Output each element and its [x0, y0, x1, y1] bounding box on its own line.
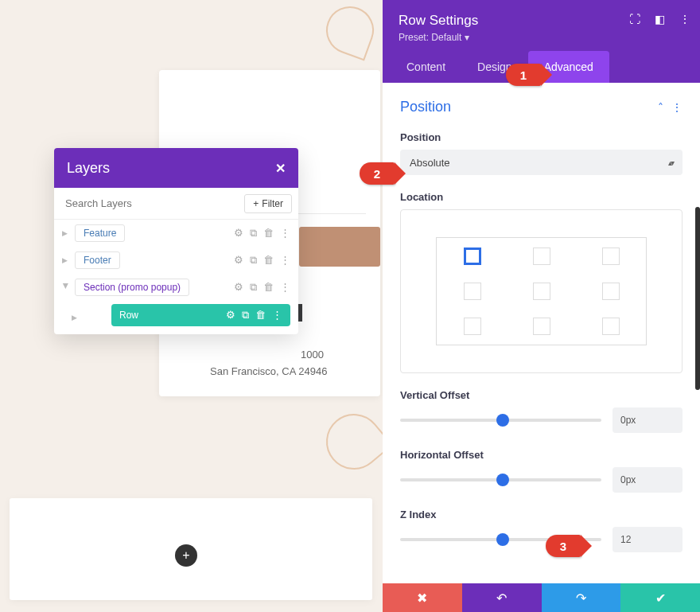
location-box	[400, 209, 682, 373]
brown-block	[299, 227, 380, 267]
layers-search-row: +Filter	[54, 188, 298, 220]
layers-title: Layers	[67, 160, 110, 177]
layer-tools: ⚙ ⧉ 🗑 ⋮	[234, 281, 290, 294]
hoffset-label: Horizontal Offset	[400, 449, 682, 461]
trash-icon[interactable]: 🗑	[263, 227, 274, 240]
cancel-button[interactable]: ✖	[383, 583, 462, 612]
hoffset-row: 0px	[400, 467, 682, 493]
hoffset-input[interactable]: 0px	[612, 467, 682, 493]
location-cell-bc[interactable]	[533, 318, 550, 335]
location-grid	[436, 237, 647, 345]
chevron-down-icon[interactable]: ▶	[62, 283, 70, 291]
panel-actions: ✖ ↶ ↷ ✔	[383, 583, 700, 612]
position-section: Position ˄ ⋮ Position Absolute ▴▾ Locati…	[383, 83, 700, 560]
more-icon[interactable]: ⋮	[280, 254, 290, 267]
section-title: Position	[400, 99, 451, 115]
decor-leaf-icon	[315, 403, 394, 481]
location-cell-ml[interactable]	[464, 283, 481, 300]
chevron-right-icon[interactable]: ▶	[62, 256, 70, 264]
more-icon[interactable]: ⋮	[280, 281, 290, 294]
settings-panel: Row Settings Preset: Default ▾ ⛶ ◧ ⋮ Con…	[383, 0, 700, 612]
duplicate-icon[interactable]: ⧉	[250, 227, 257, 240]
more-icon[interactable]: ⋮	[679, 13, 690, 25]
more-icon[interactable]: ⋮	[280, 227, 290, 240]
position-label: Position	[400, 131, 682, 143]
preset-label: Preset: Default	[399, 32, 461, 43]
decor-leaf-icon	[320, 0, 381, 60]
gear-icon[interactable]: ⚙	[234, 254, 243, 267]
search-input[interactable]	[54, 197, 244, 209]
row-label: Row	[119, 310, 138, 321]
location-cell-tl[interactable]	[464, 248, 481, 265]
chevron-down-icon: ▾	[465, 32, 469, 43]
layer-chip-feature[interactable]: Feature	[75, 224, 125, 242]
voffset-label: Vertical Offset	[400, 389, 682, 401]
expand-icon[interactable]: ⛶	[629, 13, 640, 25]
select-caret-icon: ▴▾	[668, 158, 673, 167]
plus-icon: +	[253, 198, 259, 209]
more-icon[interactable]: ⋮	[671, 101, 682, 114]
voffset-slider[interactable]	[400, 419, 601, 422]
filter-label: Filter	[262, 198, 283, 209]
layer-chip-row[interactable]: Row ⚙ ⧉ 🗑 ⋮	[111, 304, 290, 326]
trash-icon[interactable]: 🗑	[263, 254, 274, 267]
close-icon[interactable]: ✕	[275, 161, 286, 176]
location-label: Location	[400, 191, 682, 203]
location-cell-mc[interactable]	[533, 283, 550, 300]
callout-2: 2	[360, 162, 395, 185]
redo-button[interactable]: ↷	[542, 583, 621, 612]
trash-icon[interactable]: 🗑	[255, 309, 266, 322]
preset-dropdown[interactable]: Preset: Default ▾	[399, 32, 684, 43]
location-cell-tc[interactable]	[533, 248, 550, 265]
addr-line1: 1000	[301, 349, 324, 361]
layer-tools: ⚙ ⧉ 🗑 ⋮	[234, 227, 290, 240]
location-cell-mr[interactable]	[602, 283, 620, 300]
position-select[interactable]: Absolute ▴▾	[400, 150, 682, 175]
gear-icon[interactable]: ⚙	[234, 227, 243, 240]
filter-button[interactable]: +Filter	[244, 194, 292, 213]
duplicate-icon[interactable]: ⧉	[242, 309, 249, 322]
location-cell-br[interactable]	[602, 318, 620, 335]
layer-chip-section[interactable]: Section (promo popup)	[75, 279, 189, 296]
gear-icon[interactable]: ⚙	[226, 309, 235, 322]
layers-panel: Layers ✕ +Filter ▶ Feature ⚙ ⧉ 🗑 ⋮ ▶ Foo…	[54, 148, 298, 334]
undo-button[interactable]: ↶	[462, 583, 542, 612]
callout-1: 1	[506, 64, 541, 86]
panel-header-icons: ⛶ ◧ ⋮	[629, 13, 690, 25]
gear-icon[interactable]: ⚙	[234, 281, 243, 294]
layer-row[interactable]: ▶ Footer ⚙ ⧉ 🗑 ⋮	[54, 247, 298, 274]
add-section-button[interactable]: +	[175, 544, 197, 567]
scrollbar[interactable]	[695, 207, 700, 390]
location-cell-bl[interactable]	[464, 318, 481, 335]
zindex-input[interactable]: 12	[612, 527, 682, 552]
layer-chip-footer[interactable]: Footer	[75, 251, 120, 269]
chevron-right-icon[interactable]: ▶	[72, 314, 80, 322]
zindex-row: 12	[400, 527, 682, 552]
panel-header: Row Settings Preset: Default ▾ ⛶ ◧ ⋮	[383, 0, 700, 51]
zindex-label: Z Index	[400, 509, 682, 520]
layer-row[interactable]: ▶ Feature ⚙ ⧉ 🗑 ⋮	[54, 220, 298, 247]
layers-header: Layers ✕	[54, 148, 298, 188]
more-icon[interactable]: ⋮	[272, 309, 282, 322]
voffset-input[interactable]: 0px	[612, 407, 682, 433]
voffset-row: 0px	[400, 407, 682, 433]
chevron-up-icon[interactable]: ˄	[658, 101, 663, 114]
columns-icon[interactable]: ◧	[655, 13, 665, 25]
layer-tools: ⚙ ⧉ 🗑 ⋮	[226, 309, 282, 322]
layer-row[interactable]: ▶ Section (promo popup) ⚙ ⧉ 🗑 ⋮	[54, 274, 298, 301]
layer-tools: ⚙ ⧉ 🗑 ⋮	[234, 254, 290, 267]
position-value: Absolute	[410, 157, 450, 169]
location-cell-tr[interactable]	[602, 248, 620, 265]
duplicate-icon[interactable]: ⧉	[250, 254, 257, 267]
trash-icon[interactable]: 🗑	[263, 281, 274, 294]
hoffset-slider[interactable]	[400, 478, 601, 481]
callout-3: 3	[546, 535, 581, 557]
duplicate-icon[interactable]: ⧉	[250, 281, 257, 294]
section-header[interactable]: Position ˄ ⋮	[400, 99, 682, 115]
tab-content[interactable]: Content	[391, 51, 461, 83]
addr-line2: San Francisco, CA 24946	[210, 365, 327, 377]
confirm-button[interactable]: ✔	[620, 583, 700, 612]
chevron-right-icon[interactable]: ▶	[62, 229, 70, 237]
